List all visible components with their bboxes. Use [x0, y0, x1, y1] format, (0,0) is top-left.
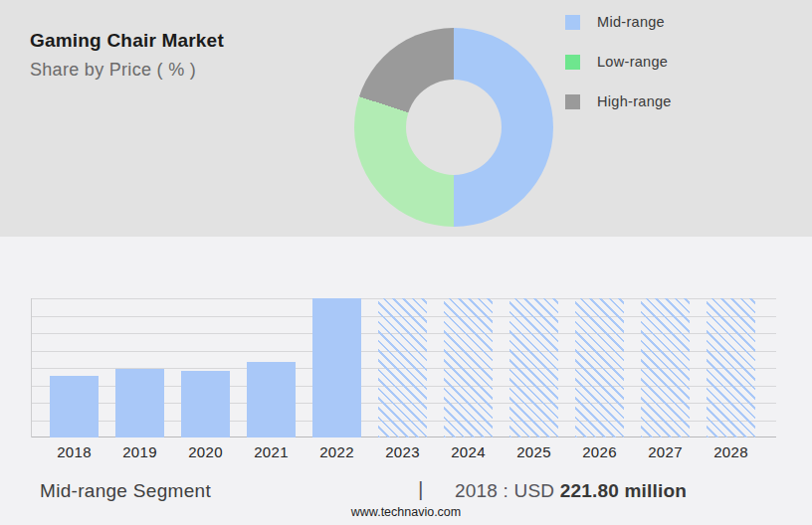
legend-label: High-range [597, 93, 672, 109]
legend-item: High-range [565, 93, 672, 109]
infographic-root: Gaming Chair Market Share by Price ( % )… [0, 0, 812, 525]
x-axis-label: 2023 [370, 443, 436, 460]
bar-plot [32, 298, 776, 438]
forecast-bar-2023 [378, 298, 427, 438]
x-axis-label: 2020 [173, 443, 239, 460]
legend-label: Low-range [597, 54, 668, 70]
bar-2018 [50, 376, 99, 438]
legend-item: Mid-range [565, 14, 672, 30]
forecast-bar-2025 [509, 298, 558, 438]
x-axis-label: 2026 [567, 443, 633, 460]
website-label: www.technavio.com [0, 505, 812, 519]
page-title: Gaming Chair Market [30, 30, 224, 52]
forecast-bar-2027 [641, 298, 690, 438]
forecast-bar-2024 [444, 298, 493, 438]
value-annotation-amount: 221.80 million [560, 480, 687, 501]
x-axis-label: 2019 [107, 443, 173, 460]
bar-2020 [181, 371, 230, 438]
footer-separator: | [418, 477, 423, 501]
x-axis-label: 2025 [502, 443, 567, 460]
value-annotation-prefix: 2018 : USD [455, 480, 560, 501]
bar-2021 [247, 362, 296, 438]
bar-2019 [115, 369, 164, 438]
x-axis-label: 2022 [304, 443, 370, 460]
forecast-bar-2026 [575, 298, 624, 438]
legend-swatch-icon [565, 94, 580, 109]
title-block: Gaming Chair Market Share by Price ( % ) [30, 30, 224, 81]
bar-2022 [312, 298, 361, 438]
header-panel: Gaming Chair Market Share by Price ( % )… [0, 0, 812, 237]
x-axis-label: 2021 [239, 443, 304, 460]
x-axis-label: 2024 [436, 443, 502, 460]
bar-chart-panel: Mid-range Segment | 2018 : USD 221.80 mi… [0, 237, 812, 525]
legend-swatch-icon [565, 55, 580, 70]
page-subtitle: Share by Price ( % ) [30, 60, 224, 81]
segment-label: Mid-range Segment [40, 480, 211, 502]
x-axis-label: 2027 [633, 443, 699, 460]
value-annotation: 2018 : USD 221.80 million [455, 480, 687, 502]
donut-chart [354, 28, 553, 227]
x-axis-label: 2018 [42, 443, 107, 460]
legend-swatch-icon [565, 15, 580, 30]
forecast-bar-2028 [707, 298, 755, 438]
donut-legend: Mid-rangeLow-rangeHigh-range [565, 14, 672, 133]
donut-hole [406, 80, 502, 175]
legend-label: Mid-range [597, 14, 665, 30]
x-axis-label: 2028 [699, 443, 764, 460]
legend-item: Low-range [565, 54, 672, 70]
